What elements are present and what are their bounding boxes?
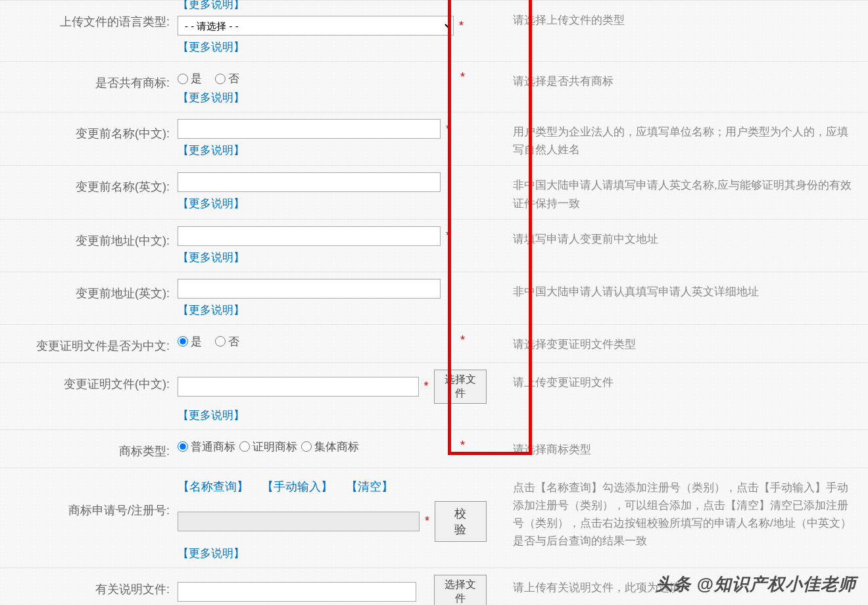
more-link-top[interactable]: 【更多说明】 [178, 0, 487, 12]
verify-button[interactable]: 校验 [435, 501, 487, 542]
label-addr-before-cn: 变更前地址(中文): [0, 226, 178, 251]
link-manual-input[interactable]: 【手动输入】 [262, 479, 333, 495]
label-addr-before-en: 变更前地址(英文): [0, 279, 178, 303]
row-addr-before-cn: 变更前地址(中文): * 【更多说明】 请填写申请人变更前中文地址 [0, 220, 868, 272]
help-tm-type: 请选择商标类型 [487, 437, 868, 458]
required-mark: * [460, 439, 465, 452]
watermark: 头条 @知识产权小佳老师 [656, 573, 856, 596]
row-tm-type: 商标类型: 普通商标 证明商标 集体商标 * 请选择商标类型 [0, 430, 868, 468]
row-addr-before-en: 变更前地址(英文): 【更多说明】 非中国大陆申请人请认真填写申请人英文详细地址 [0, 272, 868, 325]
more-link[interactable]: 【更多说明】 [178, 143, 487, 158]
select-lang-type[interactable]: - - 请选择 - - [178, 16, 454, 36]
radio-shared-no[interactable]: 否 [215, 71, 239, 86]
help-shared-tm: 请选择是否共有商标 [487, 68, 868, 90]
input-app-no[interactable] [178, 512, 420, 531]
row-lang-type: 上传文件的语言类型: 【更多说明】 - - 请选择 - - * 【更多说明】 请… [0, 0, 868, 62]
help-addr-before-en: 非中国大陆申请人请认真填写申请人英文详细地址 [487, 279, 868, 301]
label-lang-type: 上传文件的语言类型: [0, 7, 178, 32]
radio-proof-no[interactable]: 否 [215, 334, 239, 349]
radio-proof-yes[interactable]: 是 [178, 334, 202, 349]
input-name-before-en[interactable] [178, 172, 441, 192]
radio-shared-yes[interactable]: 是 [178, 71, 202, 86]
radio-tm-normal[interactable]: 普通商标 [178, 439, 235, 454]
radio-tm-cert[interactable]: 证明商标 [239, 439, 297, 454]
help-proof-is-cn: 请选择变更证明文件类型 [487, 331, 868, 353]
more-link[interactable]: 【更多说明】 [178, 302, 487, 318]
required-mark: * [446, 229, 450, 243]
label-name-before-en: 变更前名称(英文): [0, 172, 178, 197]
select-file-button[interactable]: 选择文件 [434, 575, 487, 605]
label-name-before-cn: 变更前名称(中文): [0, 119, 178, 143]
help-proof-file-cn: 请上传变更证明文件 [487, 370, 868, 391]
row-shared-tm: 是否共有商标: 是 否 * 【更多说明】 请选择是否共有商标 [0, 62, 868, 112]
help-name-before-en: 非中国大陆申请人请填写申请人英文名称,应与能够证明其身份的有效证件保持一致 [487, 172, 868, 212]
input-related-doc[interactable] [178, 582, 416, 602]
label-related-doc: 有关说明文件: [0, 575, 178, 599]
more-link[interactable]: 【更多说明】 [178, 250, 487, 265]
select-file-button[interactable]: 选择文件 [434, 370, 487, 404]
link-name-query[interactable]: 【名称查询】 [178, 479, 249, 495]
label-app-no: 商标申请号/注册号: [0, 475, 178, 520]
more-link[interactable]: 【更多说明】 [178, 90, 487, 105]
required-mark: * [446, 122, 450, 136]
row-proof-is-cn: 变更证明文件是否为中文: 是 否 * 请选择变更证明文件类型 [0, 325, 868, 363]
input-addr-before-cn[interactable] [178, 226, 441, 246]
link-clear[interactable]: 【清空】 [346, 479, 393, 495]
more-link[interactable]: 【更多说明】 [178, 196, 487, 211]
row-name-before-en: 变更前名称(英文): 【更多说明】 非中国大陆申请人请填写申请人英文名称,应与能… [0, 166, 868, 219]
label-proof-file-cn: 变更证明文件(中文): [0, 370, 178, 394]
row-proof-file-cn: 变更证明文件(中文): * 选择文件 【更多说明】 请上传变更证明文件 [0, 363, 868, 430]
input-addr-before-en[interactable] [178, 279, 441, 299]
required-mark: * [459, 19, 464, 33]
required-mark: * [424, 379, 429, 393]
help-addr-before-cn: 请填写申请人变更前中文地址 [487, 226, 868, 248]
required-mark: * [460, 70, 465, 84]
radio-tm-group[interactable]: 集体商标 [301, 439, 359, 454]
required-mark: * [425, 514, 429, 528]
input-proof-file-cn[interactable] [178, 377, 419, 397]
input-name-before-cn[interactable] [178, 119, 441, 139]
more-link[interactable]: 【更多说明】 [178, 408, 487, 423]
more-link[interactable]: 【更多说明】 [178, 546, 487, 561]
help-name-before-cn: 用户类型为企业法人的，应填写单位名称；用户类型为个人的，应填写自然人姓名 [487, 119, 868, 158]
help-lang-type: 请选择上传文件的类型 [487, 7, 868, 29]
row-name-before-cn: 变更前名称(中文): * 【更多说明】 用户类型为企业法人的，应填写单位名称；用… [0, 112, 868, 166]
required-mark: * [460, 333, 465, 347]
row-app-no: 商标申请号/注册号: 【名称查询】 【手动输入】 【清空】 * 校验 【更多说明… [0, 468, 868, 568]
label-shared-tm: 是否共有商标: [0, 68, 178, 93]
label-proof-is-cn: 变更证明文件是否为中文: [0, 331, 178, 356]
label-tm-type: 商标类型: [0, 437, 178, 461]
help-app-no: 点击【名称查询】勾选添加注册号（类别），点击【手动输入】手动添加注册号（类别），… [487, 475, 868, 550]
more-link[interactable]: 【更多说明】 [178, 39, 487, 55]
